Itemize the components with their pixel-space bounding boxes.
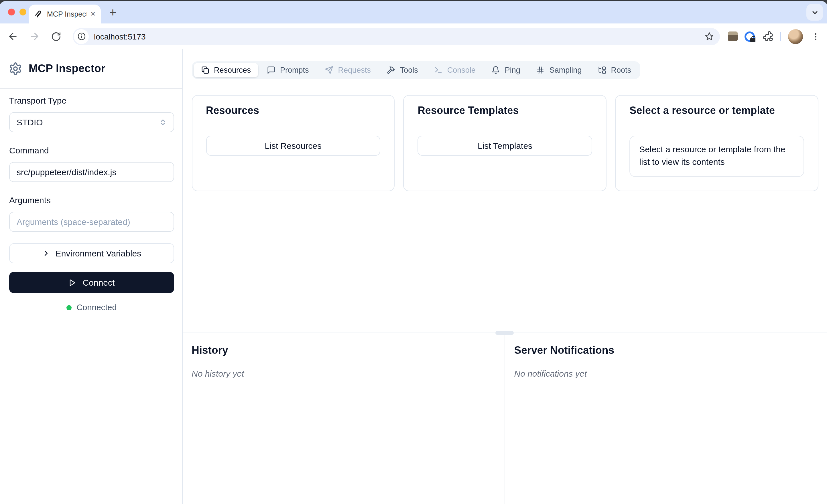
- split-drag-handle[interactable]: [496, 331, 514, 335]
- inspector-tabs: Resources Prompts Requests Tools: [192, 61, 640, 79]
- sidebar: MCP Inspector Transport Type STDIO Comma…: [0, 49, 182, 504]
- notifications-empty-text: No notifications yet: [514, 368, 818, 378]
- history-title: History: [192, 344, 495, 356]
- profile-avatar[interactable]: [788, 29, 803, 44]
- tab-console[interactable]: Console: [427, 63, 483, 77]
- back-button[interactable]: [5, 28, 20, 44]
- tab-tools[interactable]: Tools: [379, 63, 426, 77]
- bookmark-star-button[interactable]: [704, 32, 714, 41]
- toolbar-divider: [780, 32, 781, 41]
- chevrons-up-down-icon: [159, 118, 166, 126]
- tab-close-icon[interactable]: ✕: [91, 11, 96, 17]
- onepassword-extension-icon[interactable]: [744, 31, 755, 42]
- tab-search-button[interactable]: [807, 4, 823, 20]
- star-icon: [704, 32, 714, 41]
- resource-preview-card: Select a resource or template Select a r…: [615, 95, 818, 191]
- resources-card: Resources List Resources: [192, 95, 395, 191]
- tab-requests[interactable]: Requests: [318, 63, 378, 77]
- terminal-icon: [434, 66, 443, 74]
- toolbar-extensions: [728, 29, 821, 44]
- new-tab-button[interactable]: +: [104, 4, 121, 21]
- reload-button[interactable]: [48, 28, 64, 44]
- app-title: MCP Inspector: [29, 62, 105, 75]
- url-text: localhost:5173: [94, 32, 146, 41]
- command-label: Command: [9, 145, 174, 155]
- command-input[interactable]: [9, 162, 174, 182]
- hammer-icon: [387, 66, 395, 74]
- connection-status: Connected: [9, 303, 174, 312]
- tab-resources[interactable]: Resources: [193, 63, 258, 77]
- list-templates-button[interactable]: List Templates: [418, 136, 592, 156]
- extension-photo-icon[interactable]: [728, 32, 738, 41]
- list-resources-button[interactable]: List Resources: [206, 136, 381, 156]
- reload-icon: [51, 31, 61, 42]
- connect-button-label: Connect: [83, 278, 115, 287]
- status-text: Connected: [77, 303, 116, 312]
- main-panel: Resources Prompts Requests Tools: [182, 49, 827, 504]
- extensions-puzzle-button[interactable]: [762, 31, 773, 42]
- puzzle-icon: [762, 31, 773, 42]
- chevron-down-icon: [811, 8, 819, 16]
- mcp-favicon-icon: [34, 10, 43, 18]
- send-icon: [325, 66, 334, 74]
- arguments-label: Arguments: [9, 195, 174, 205]
- tab-prompts[interactable]: Prompts: [259, 63, 317, 77]
- window-close-button[interactable]: [8, 9, 15, 15]
- forward-arrow-icon: [29, 31, 40, 42]
- folder-tree-icon: [598, 66, 606, 74]
- tab-sampling[interactable]: Sampling: [529, 63, 589, 77]
- status-dot-icon: [66, 305, 71, 310]
- files-icon: [201, 66, 209, 74]
- play-icon: [68, 279, 77, 287]
- history-empty-text: No history yet: [192, 368, 495, 378]
- browser-tab-strip: MCP Inspector ✕ +: [0, 1, 827, 23]
- site-info-button[interactable]: [74, 29, 89, 44]
- hash-icon: [536, 66, 545, 74]
- gear-icon: [9, 62, 22, 75]
- transport-type-label: Transport Type: [9, 96, 174, 105]
- server-notifications-title: Server Notifications: [514, 344, 818, 356]
- resource-templates-card: Resource Templates List Templates: [403, 95, 607, 191]
- sidebar-header: MCP Inspector: [0, 49, 182, 89]
- connect-button[interactable]: Connect: [9, 272, 174, 293]
- kebab-menu-icon: [811, 32, 820, 41]
- browser-window: MCP Inspector ✕ + localhost:5173: [0, 0, 827, 504]
- tab-ping[interactable]: Ping: [484, 63, 528, 77]
- bottom-panel: History No history yet Server Notificati…: [182, 332, 827, 504]
- browser-toolbar: localhost:5173: [0, 23, 827, 49]
- forward-button[interactable]: [26, 28, 42, 44]
- resource-templates-card-title: Resource Templates: [418, 105, 592, 117]
- address-bar[interactable]: localhost:5173: [73, 28, 720, 45]
- resources-card-title: Resources: [206, 105, 381, 117]
- resource-preview-card-title: Select a resource or template: [629, 105, 804, 117]
- transport-type-value: STDIO: [16, 117, 43, 127]
- chevron-right-icon: [42, 249, 50, 258]
- server-notifications-pane: Server Notifications No notifications ye…: [504, 333, 827, 504]
- bell-icon: [492, 66, 500, 74]
- info-icon: [77, 32, 86, 41]
- back-arrow-icon: [7, 31, 18, 42]
- browser-tab[interactable]: MCP Inspector ✕: [29, 5, 101, 23]
- environment-variables-label: Environment Variables: [56, 248, 141, 258]
- tab-roots[interactable]: Roots: [590, 63, 639, 77]
- browser-menu-button[interactable]: [810, 32, 821, 41]
- message-square-icon: [267, 66, 276, 74]
- tab-title: MCP Inspector: [47, 10, 87, 18]
- history-pane: History No history yet: [182, 333, 504, 504]
- transport-type-select[interactable]: STDIO: [9, 112, 174, 132]
- window-minimize-button[interactable]: [19, 9, 26, 15]
- resource-preview-placeholder: Select a resource or template from the l…: [629, 136, 804, 177]
- environment-variables-button[interactable]: Environment Variables: [9, 243, 174, 263]
- arguments-input[interactable]: [9, 212, 174, 232]
- mcp-inspector-app: MCP Inspector Transport Type STDIO Comma…: [0, 49, 827, 504]
